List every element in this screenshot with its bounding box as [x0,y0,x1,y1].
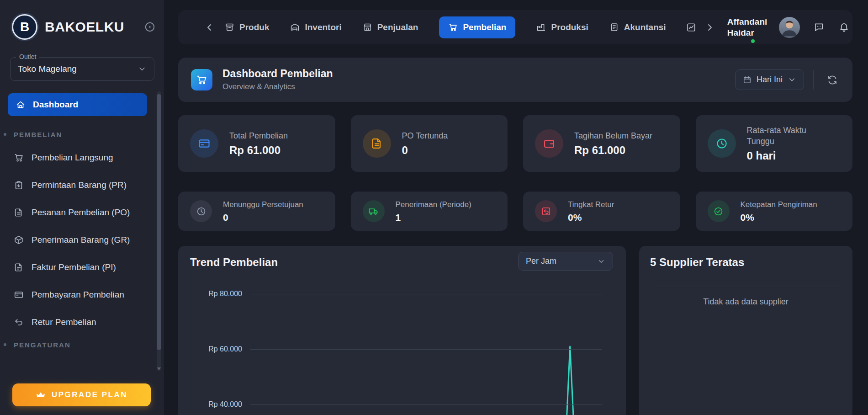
stat-label: Tingkat Retur [568,199,614,210]
stat-label: Total Pembelian [229,130,288,141]
tab-akuntansi[interactable]: Akuntansi [609,22,666,32]
top-suppliers-card: 5 Supplier Teratas Tidak ada data suppli… [639,246,852,415]
stat-value: Rp 61.000 [229,144,288,157]
stat-card-menunggu-persetujuan: Menunggu Persetujuan 0 [178,192,335,231]
section-pembelian: PEMBELIAN [14,130,151,138]
upgrade-label: UPGRADE PLAN [52,390,127,399]
sidebar-menu: PEMBELIAN Pembelian Langsung Permintaan … [14,130,151,356]
document-icon [363,129,391,158]
invoice-icon [14,262,24,272]
sidebar-collapse-icon[interactable] [144,21,156,33]
upgrade-plan-button[interactable]: UPGRADE PLAN [12,383,151,406]
sidebar-item-label: Penerimaan Barang (GR) [32,234,130,245]
outlet-label: Outlet [16,53,39,60]
sidebar-item-pembelian-langsung[interactable]: Pembelian Langsung [14,146,151,170]
stat-card-total-pembelian: Total Pembelian Rp 61.000 [178,115,335,172]
refresh-icon[interactable] [827,74,838,85]
stat-card-ketepatan-pengiriman: Ketepatan Pengiriman 0% [696,192,853,231]
sidebar-item-pembayaran-pembelian[interactable]: Pembayaran Pembelian [14,283,151,307]
cart-icon [448,22,458,32]
bell-icon[interactable] [839,22,849,32]
sidebar-item-dashboard[interactable]: Dashboard [8,93,147,116]
sidebar-item-penerimaan-barang[interactable]: Penerimaan Barang (GR) [14,228,151,252]
avatar[interactable] [779,17,800,38]
date-filter-dropdown[interactable]: Hari Ini [735,69,804,90]
page-title: Dashboard Pembelian [222,68,333,80]
crown-icon [36,390,46,400]
gridline [250,404,602,405]
factory-icon [536,22,546,32]
stat-value: 0% [568,212,614,223]
suppliers-divider [653,286,839,286]
top-navigation: Produk Inventori Penjualan Pembelian Pro… [178,10,852,44]
sidebar-item-faktur-pembelian[interactable]: Faktur Pembelian (PI) [14,255,151,279]
stat-card-tingkat-retur: Tingkat Retur 0% [523,192,680,231]
section-label: PENGATURAN [14,341,71,349]
trend-line-svg [249,246,602,415]
stat-card-po-tertunda: PO Tertunda 0 [351,115,508,172]
return-arrow-icon [14,317,24,327]
wallet-icon [535,129,563,158]
sidebar-item-permintaan-barang[interactable]: Permintaan Barang (PR) [14,173,151,197]
trend-pembelian-card: Trend Pembelian Per Jam Rp 80.000Rp 60.0… [178,246,626,415]
scrollbar-thumb[interactable] [157,94,161,350]
sidebar: B BAKOELKU Outlet Toko Magelang Dashboar… [0,0,164,415]
module-tabs: Produk Inventori Penjualan Pembelian Pro… [225,16,666,38]
suppliers-title: 5 Supplier Teratas [650,256,744,269]
home-icon [16,100,26,110]
tab-penjualan[interactable]: Penjualan [363,22,418,32]
chevron-down-icon [788,75,796,84]
tab-pembelian[interactable]: Pembelian [439,16,515,38]
primary-stats-row: Total Pembelian Rp 61.000 PO Tertunda 0 … [178,115,852,172]
sidebar-item-label: Pesanan Pembelian (PO) [32,207,130,218]
ledger-icon [609,22,619,32]
nav-scroll-left-icon[interactable] [204,22,215,33]
package-icon [14,235,24,245]
clock-icon [190,200,212,222]
gridline [250,349,602,350]
gridline [250,294,602,294]
stat-value: 0 [402,144,448,157]
sidebar-item-label: Dashboard [33,100,78,110]
cart-icon [14,153,24,163]
brand-logo-icon: B [12,14,37,40]
sidebar-item-label: Pembayaran Pembelian [32,289,124,300]
section-pengaturan: PENGATURAN [14,341,151,349]
stat-value: 0 hari [747,149,834,162]
suppliers-empty-state: Tidak ada data supplier [639,297,852,307]
tab-inventori[interactable]: Inventori [290,22,341,32]
date-filter-value: Hari Ini [757,75,783,85]
stat-label: Rata-rata Waktu Tunggu [747,125,834,147]
outlet-value: Toko Magelang [18,64,138,74]
header-divider [813,70,814,90]
check-circle-icon [708,200,730,222]
section-bullet-icon [4,343,6,346]
line-chart-tab-icon[interactable] [686,22,696,32]
stat-label: Ketepatan Pengiriman [741,199,817,210]
outlet-selector[interactable]: Outlet Toko Magelang [10,57,154,81]
logo-row: B BAKOELKU [12,13,156,41]
warehouse-icon [290,22,300,32]
sidebar-item-pesanan-pembelian[interactable]: Pesanan Pembelian (PO) [14,201,151,224]
tab-produksi[interactable]: Produksi [536,22,588,32]
logo-letter: B [20,20,29,34]
user-name: Affandani Haidar [727,16,767,38]
tab-label: Penjualan [377,22,418,32]
topnav-action-icons [814,22,852,32]
stat-card-tagihan-belum-bayar: Tagihan Belum Bayar Rp 61.000 [523,115,680,172]
scrollbar-down-arrow-icon[interactable] [157,367,161,370]
credit-card-icon [190,129,218,158]
chat-icon[interactable] [814,22,824,32]
clipboard-arrow-icon [14,180,24,190]
sidebar-item-label: Faktur Pembelian (PI) [32,262,116,273]
app-title: BAKOELKU [45,19,137,35]
tab-label: Produk [239,22,269,32]
store-icon [363,22,372,32]
tab-produk[interactable]: Produk [225,22,269,32]
stat-value: 0% [741,212,817,223]
secondary-stats-row: Menunggu Persetujuan 0 Penerimaan (Perio… [178,192,852,231]
sidebar-item-retur-pembelian[interactable]: Retur Pembelian [14,310,151,334]
tab-label: Produksi [551,22,588,32]
nav-scroll-right-icon[interactable] [704,22,715,33]
y-axis-tick-label: Rp 40.000 [178,400,242,409]
